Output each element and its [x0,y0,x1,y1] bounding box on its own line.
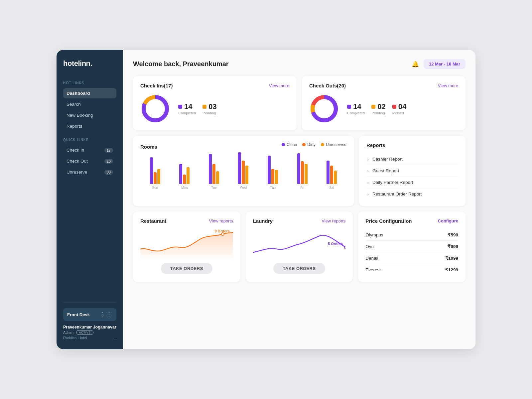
quick-links-label: QUICK LINKS [63,138,116,142]
bar-clean [297,153,300,184]
legend-unreserved: Unreserved [321,142,346,147]
check-outs-view-more[interactable]: View more [438,83,458,88]
check-outs-pending-count: 02 [377,102,385,111]
reports-list: ⬦ Cashier Report ⬦ Guest Report ⬦ Daily … [366,153,458,200]
restaurant-header: Restaurant View reports [140,218,233,224]
active-badge: ACTIVE [76,330,93,335]
price-config-title: Price Configuration [365,218,412,224]
price-olympus: ₹599 [448,232,458,237]
check-ins-pending-stat: 03 Pending [202,102,216,115]
welcome-text: Welcome back, Praveenkumar [133,60,229,68]
check-outs-donut-area: 14 Completed 02 Pending [309,94,458,124]
check-outs-missed-stat: 04 Missed [392,102,406,115]
bar-day-label: Wed [240,186,247,190]
price-row-denali: Denali ₹1099 [365,252,458,264]
rooms-card: Rooms Clean Dirty Unreserved [133,136,354,206]
user-name: Praveenkumar Jogannavar [63,325,116,330]
header-right: 🔔 12 Mar - 18 Mar [412,59,466,69]
unreserved-legend-dot [321,143,324,146]
bar-clean [209,154,212,184]
front-desk-label: Front Desk [67,312,90,317]
check-ins-pending-count: 03 [208,102,216,111]
bar-group-sun: Sun [150,157,160,190]
sidebar-item-reports[interactable]: Reports [63,121,116,131]
bell-icon[interactable]: 🔔 [412,61,419,68]
check-outs-pending-stat: 02 Pending [371,102,385,115]
laundry-view-reports[interactable]: View reports [322,218,345,223]
dirty-legend-dot [302,143,306,146]
restaurant-orders-label: 9 Orders [214,229,229,233]
laundry-header: Laundry View reports [253,218,346,224]
sidebar-item-check-out[interactable]: Check Out 20 [63,156,116,166]
laundry-take-orders-button[interactable]: TAKE ORDERS [273,263,325,274]
check-ins-header: Check Ins(17) View more [140,83,289,88]
bar-day-label: Thu [270,186,276,190]
restaurant-take-orders-button[interactable]: TAKE ORDERS [161,263,212,274]
bar-day-label: Tue [211,186,217,190]
check-out-badge: 20 [104,159,113,164]
cashier-report-icon: ⬦ [366,156,369,162]
price-config-card: Price Configuration Configure Olympus ₹5… [358,211,466,282]
user-role-row: Admin ACTIVE [63,330,116,335]
bar-group-wed: Wed [238,152,248,190]
outs-missed-dot [392,105,396,109]
check-ins-donut-chart [140,94,170,124]
daily-partner-report-icon: ⬦ [366,180,369,185]
bar-dirty [301,161,304,184]
bar-dirty [330,166,333,184]
check-in-badge: 17 [104,148,113,153]
laundry-title: Laundry [253,218,273,224]
svg-point-5 [221,233,224,235]
sidebar-item-new-booking[interactable]: New Booking [63,110,116,120]
sidebar-item-unreserve[interactable]: Unreserve 03 [63,167,116,177]
check-ins-completed-label: Completed [178,111,196,115]
top-cards-row: Check Ins(17) View more 14 [133,76,466,130]
check-outs-header: Check Outs(20) View more [309,83,458,88]
user-role: Admin [63,331,73,334]
bar-dirty [242,161,245,184]
check-ins-view-more[interactable]: View more [269,83,289,88]
sidebar-item-search[interactable]: Search [63,99,116,109]
restaurant-order-report-icon: ⬦ [366,191,369,197]
check-outs-missed-count: 04 [398,102,406,111]
bar-clean [179,164,182,184]
report-item-restaurant-order[interactable]: ⬦ Restaurant Order Report [366,188,458,200]
bar-day-label: Sat [329,186,334,190]
chart-legend: Clean Dirty Unreserved [282,142,346,147]
sidebar-item-check-in[interactable]: Check In 17 [63,145,116,155]
hotel-dots-icon: ··· [113,336,116,340]
date-range-button[interactable]: 12 Mar - 18 Mar [424,59,466,69]
completed-dot [178,105,182,109]
price-row-everest: Everest ₹1299 [365,264,458,275]
bar-clean [268,156,271,184]
check-outs-completed-count: 14 [353,102,361,111]
bar-group-mon: Mon [179,164,190,190]
check-ins-title: Check Ins(17) [140,83,173,88]
restaurant-line-chart: 9 Orders [140,229,233,259]
configure-link[interactable]: Configure [438,218,458,223]
bar-group-fri: Fri [297,153,308,190]
hotel-name: Raddical Hotel ··· [63,336,116,340]
price-row-oyu: Oyu ₹999 [365,241,458,252]
check-ins-donut-area: 14 Completed 03 Pending [140,94,289,124]
restaurant-card: Restaurant View reports 9 Orders [133,211,240,282]
front-desk-button[interactable]: Front Desk ⋮⋮ [63,308,116,321]
hot-links-label: HOT LINKS [63,81,116,85]
mid-row: Rooms Clean Dirty Unreserved [133,136,466,206]
outs-completed-dot [347,105,351,109]
guest-report-icon: ⬦ [366,168,369,173]
restaurant-view-reports[interactable]: View reports [209,218,233,223]
rooms-bar-chart: Sun Mon Tue Wed [140,156,346,190]
report-item-guest[interactable]: ⬦ Guest Report [366,165,458,177]
legend-dirty: Dirty [302,142,316,147]
price-config-header: Price Configuration Configure [365,218,458,224]
sidebar-item-dashboard[interactable]: Dashboard [63,88,116,98]
reports-card: Reports ⬦ Cashier Report ⬦ Guest Report … [359,136,466,206]
price-denali: ₹1099 [445,255,458,261]
check-ins-stats: 14 Completed 03 Pending [178,102,217,115]
pending-dot [202,105,206,109]
price-row-olympus: Olympus ₹599 [365,229,458,241]
bar-group-sat: Sat [327,161,337,190]
report-item-cashier[interactable]: ⬦ Cashier Report [366,153,458,165]
report-item-daily-partner[interactable]: ⬦ Daily Partner Report [366,177,458,188]
